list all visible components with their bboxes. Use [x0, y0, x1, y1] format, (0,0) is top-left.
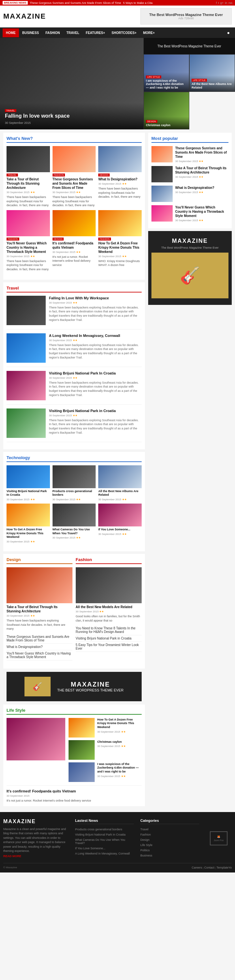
travel-item-title-3: Visiting Brijuni National Park in Croati… — [49, 409, 142, 413]
design-fashion-cols: Design Take a Tour of Beirut Through Its… — [6, 557, 142, 660]
travel-item-meta-3: 30 September 2015 ★★ — [49, 414, 142, 417]
popular-content-0: These Gorgeous Sunrises and Sunsets Are … — [175, 146, 229, 163]
card-excerpt-5: WHO: Krispy Kreme Doughnuts WHAT: A doze… — [98, 259, 142, 267]
footer-read-more[interactable]: READ MORE — [3, 854, 21, 858]
fashion-list-item-2[interactable]: 5 Easy Tips for Your Dreamiest Winter Lo… — [76, 642, 142, 652]
nav-item-home[interactable]: HOME — [3, 29, 19, 37]
footer-cat-link-4[interactable]: Politics — [140, 848, 199, 853]
nav-item-business[interactable]: BUSINESS — [19, 29, 42, 37]
hero-grid: LIFE STYLE I am suspicious of the Zucker… — [144, 54, 235, 129]
sidebar: Most popular These Gorgeous Sunrises and… — [148, 133, 232, 809]
footer-cat-link-1[interactable]: Fashion — [140, 832, 199, 837]
fashion-col: Fashion All the Best New Models Are Rela… — [76, 557, 142, 660]
hero-grid-item-2[interactable]: DESIGN Christmas caylon — [144, 92, 189, 129]
hero-main[interactable]: TRAVEL Falling In love work space 30 Sep… — [0, 38, 144, 129]
footer-news-link-1[interactable]: Visiting Brijuni National Park In Croati… — [75, 832, 134, 837]
card-image-1 — [52, 146, 96, 172]
hero-grid-label-0: LIFE STYLE — [146, 75, 161, 78]
travel-item-0[interactable]: Falling In Love With My Workspace 30 Sep… — [6, 296, 142, 329]
popular-item-3[interactable]: You'll Never Guess Which Country is Havi… — [151, 205, 229, 222]
tech-card-1[interactable]: Products cross generational borders 30 S… — [52, 465, 96, 501]
top-bar-headline2: 5 Ways to Make a Cita — [123, 1, 152, 5]
card-stars-2: ★★ — [122, 182, 127, 185]
tech-card-0[interactable]: Visiting Brijuni National Park In Croati… — [6, 465, 50, 501]
whats-new-card-3[interactable]: FASHION You'll Never Guess Which Country… — [6, 210, 50, 272]
lifestyle-side-item-2[interactable]: I was suspicious of the Zuckerberg 4.6bn… — [68, 762, 142, 782]
whats-new-card-4[interactable]: DESIGN It's confirmed! Foodpanda quits V… — [52, 210, 96, 272]
travel-item-1[interactable]: A Long Weekend In Mevagissey, Cornwall 3… — [6, 333, 142, 367]
tech-meta-1: 30 September 2015 ★★ — [52, 498, 96, 501]
popular-content-3: You'll Never Guess Which Country is Havi… — [175, 205, 229, 222]
footer-cat-link-2[interactable]: Design — [140, 837, 199, 842]
whats-new-card-5[interactable]: FASHION How To Get A Dozen Free Krispy K… — [98, 210, 142, 272]
whats-new-card-1[interactable]: FASHION These Gorgeous Sunrises and Suns… — [52, 146, 96, 207]
design-list-item-0[interactable]: These Gorgeous Sunrises and Sunsets Are … — [6, 634, 73, 644]
rss-icon[interactable]: rss — [229, 1, 232, 5]
tech-card-3[interactable]: How To Get A Dozen Free Krispy Kreme Don… — [6, 504, 50, 543]
popular-meta-0: 30 September 2015 ★★ — [175, 160, 229, 163]
fashion-list-item-1[interactable]: Visiting Brijuni National Park in Croati… — [76, 635, 142, 642]
footer-news-link-3[interactable]: If You Love Someone... — [75, 846, 134, 851]
nav-item-features[interactable]: FEATURES+ — [83, 29, 108, 37]
design-main-title: Take a Tour of Beirut Through Its Stunni… — [6, 605, 73, 613]
popular-item-0[interactable]: These Gorgeous Sunrises and Sunsets Are … — [151, 146, 229, 163]
design-list-item-1[interactable]: What is Designspiration? — [6, 644, 73, 650]
lifestyle-side-item-1[interactable]: Christmas caylon 30 September 2015 ★★ — [68, 740, 142, 760]
instagram-icon[interactable]: in — [225, 1, 227, 5]
travel-item-meta-2: 30 September 2015 ★★ — [49, 377, 142, 379]
card-meta-1: 30 September 2015 ★★ — [52, 191, 96, 194]
popular-title-2: What is Designspiration? — [175, 186, 214, 190]
card-excerpt-1: There have been backpackers exploring So… — [52, 195, 96, 207]
footer-bottom-link-0[interactable]: Careers — [192, 865, 202, 870]
nav-item-more[interactable]: MORE+ — [140, 29, 158, 37]
popular-thumb-1 — [151, 166, 173, 182]
top-bar: BREAKING NEWS These Gorgeous Sunrises an… — [0, 0, 235, 6]
tech-card-2[interactable]: All the Best New Albums Are Related 30 S… — [98, 465, 142, 501]
footer-cat-link-3[interactable]: Life Style — [140, 842, 199, 848]
card-excerpt-3: There have been backpackers exploring So… — [6, 259, 50, 272]
travel-item-2[interactable]: Visiting Brijuni National Park In Croati… — [6, 371, 142, 404]
card-meta-5: 30 September 2015 ★★ — [98, 255, 142, 258]
card-stars-3: ★★ — [30, 255, 35, 258]
footer-cat-link-5[interactable]: Business — [140, 853, 199, 858]
footer-bottom-link-2[interactable]: TemplateYo — [216, 865, 232, 870]
google-plus-icon[interactable]: g+ — [220, 1, 224, 5]
hero-grid-label-1: LIFE STYLE — [192, 79, 207, 82]
lifestyle-bottom-meta: 30 September 2015 — [6, 794, 142, 797]
sidebar-ad-logo: MAXAZINE — [151, 237, 229, 244]
footer-news-link-0[interactable]: Products cross generational borders — [75, 827, 134, 832]
lifestyle-side-item-0[interactable]: How To Get A Dozen Free Krispy Kreme Don… — [68, 718, 142, 738]
tech-meta-5: 30 September 2015 ★★ — [98, 533, 142, 536]
nav-item-travel[interactable]: TRAVEL — [64, 29, 83, 37]
tech-meta-2: 30 September 2015 ★★ — [98, 498, 142, 501]
footer-news-link-2[interactable]: What Cameras Do You Use When You Travel? — [75, 837, 134, 846]
nav-item-shortcodes[interactable]: SHORTCODES+ — [108, 29, 140, 37]
design-list-item-2[interactable]: You'll Never Guess Which Country is Havi… — [6, 650, 73, 660]
hero-grid-title-0: I am suspicious of the Zuckerberg 4.6bn … — [146, 79, 187, 89]
facebook-icon[interactable]: f — [216, 1, 217, 5]
card-label-1: FASHION — [52, 173, 65, 177]
travel-item-3[interactable]: Visiting Brijuni National Park in Croati… — [6, 409, 142, 442]
popular-item-2[interactable]: What is Designspiration? 30 September 20… — [151, 186, 229, 202]
travel-item-title-1: A Long Weekend In Mevagissey, Cornwall — [49, 333, 142, 338]
footer-bottom-link-1[interactable]: Contact — [204, 865, 214, 870]
fashion-list-item-0[interactable]: You Need to Know These 8 Talents In the … — [76, 625, 142, 635]
travel-content-1: A Long Weekend In Mevagissey, Cornwall 3… — [49, 333, 142, 363]
tech-card-5[interactable]: If You Love Someone... 30 September 2015… — [98, 504, 142, 543]
site-logo[interactable]: MAXAZINE — [3, 12, 46, 21]
hero-grid-item-1[interactable]: LIFE STYLE All the Best New Albums Are R… — [189, 54, 235, 92]
card-image-5 — [98, 210, 142, 236]
tech-card-4[interactable]: What Cameras Do You Use When You Travel?… — [52, 504, 96, 543]
footer-about-text: Maxazine is a clean and powerful magazin… — [3, 827, 68, 854]
popular-item-1[interactable]: Take A Tour of Beirut Through its Stunni… — [151, 166, 229, 182]
twitter-icon[interactable]: t — [218, 1, 219, 5]
footer-cat-link-0[interactable]: Travel — [140, 827, 199, 832]
hero-grid-item-0[interactable]: LIFE STYLE I am suspicious of the Zucker… — [144, 54, 189, 92]
whats-new-card-0[interactable]: TRAVEL Take a Tour of Beirut Through its… — [6, 146, 50, 207]
whats-new-card-2[interactable]: DESIGN What Is Designspiration? 30 Septe… — [98, 146, 142, 207]
card-excerpt-4: It's not just a rumor. Rocket Internet's… — [52, 255, 96, 267]
travel-thumb-3 — [6, 409, 46, 438]
footer-news-link-4[interactable]: A Long Weekend In Mevagissey, Cornwall — [75, 851, 134, 856]
search-icon[interactable]: ● — [225, 27, 232, 38]
nav-item-fashion[interactable]: FASHION — [42, 29, 63, 37]
